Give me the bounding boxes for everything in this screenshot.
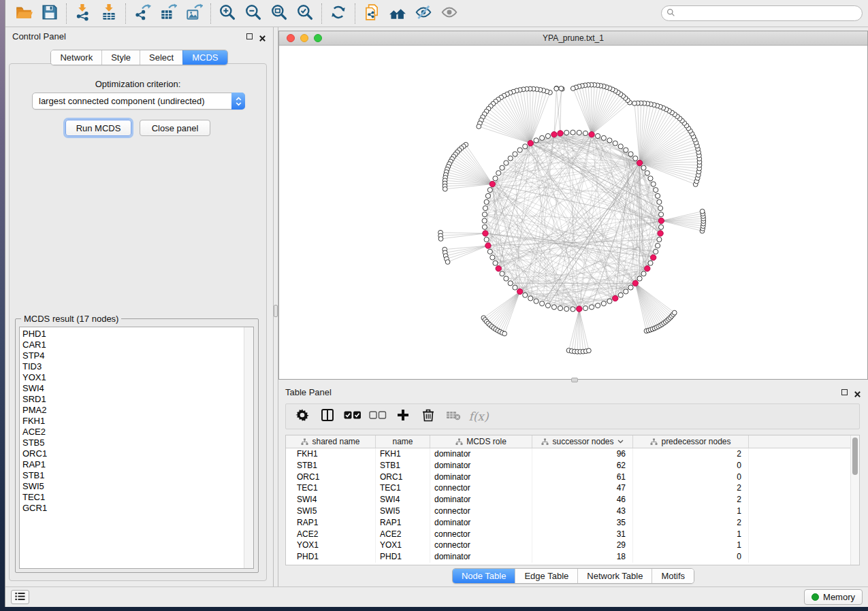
network-node[interactable]	[624, 148, 628, 152]
network-node[interactable]	[487, 188, 492, 193]
mcds-hub-node[interactable]	[637, 160, 642, 165]
network-node[interactable]	[504, 161, 509, 165]
mcds-hub-node[interactable]	[650, 254, 656, 260]
mcds-hub-node[interactable]	[496, 266, 501, 271]
zoom-selected-button[interactable]	[292, 3, 318, 24]
network-node[interactable]	[482, 212, 487, 217]
search-field[interactable]	[661, 5, 863, 21]
scrollbar-thumb[interactable]	[852, 437, 858, 475]
mcds-result-item[interactable]: TID3	[22, 361, 242, 372]
home-networks-button[interactable]	[385, 3, 411, 24]
network-node[interactable]	[564, 130, 569, 135]
maximize-traffic-light[interactable]	[314, 34, 322, 42]
export-network-button[interactable]	[129, 3, 155, 24]
splitter-grip[interactable]	[571, 378, 578, 382]
network-node[interactable]	[540, 301, 545, 306]
network-leaf-node[interactable]	[632, 101, 637, 105]
zoom-out-button[interactable]	[240, 3, 266, 24]
network-node[interactable]	[654, 249, 658, 254]
import-network-button[interactable]	[70, 3, 96, 24]
hide-selected-button[interactable]	[411, 3, 436, 24]
table-row[interactable]: ACE2ACE2connector311	[286, 529, 859, 540]
close-panel-icon[interactable]	[259, 33, 266, 40]
network-node[interactable]	[607, 138, 612, 143]
table-row[interactable]: PHD1PHD1dominator180	[286, 551, 859, 563]
network-leaf-node[interactable]	[477, 124, 481, 129]
network-node[interactable]	[504, 276, 509, 281]
network-node[interactable]	[657, 199, 662, 204]
mcds-result-item[interactable]: GCR1	[22, 503, 242, 514]
network-node[interactable]	[618, 293, 623, 297]
network-node[interactable]	[500, 271, 504, 276]
close-traffic-light[interactable]	[287, 34, 295, 42]
network-node[interactable]	[601, 135, 606, 140]
mcds-hub-node[interactable]	[517, 288, 522, 294]
network-node[interactable]	[654, 188, 658, 193]
network-node[interactable]	[658, 205, 662, 210]
mcds-hub-node[interactable]	[485, 243, 491, 248]
mcds-result-item[interactable]: TEC1	[22, 492, 242, 503]
tab-node-table[interactable]: Node Table	[453, 569, 515, 583]
column-header[interactable]: successor nodes	[532, 435, 633, 448]
zoom-in-button[interactable]	[214, 3, 240, 24]
network-node[interactable]	[618, 144, 623, 149]
float-panel-icon[interactable]	[841, 389, 848, 395]
network-node[interactable]	[641, 165, 646, 170]
mcds-result-item[interactable]: SWI4	[22, 383, 242, 394]
network-node[interactable]	[655, 243, 660, 248]
network-node[interactable]	[648, 261, 653, 265]
network-node[interactable]	[496, 171, 501, 176]
zoom-fit-button[interactable]	[266, 3, 292, 24]
tab-edge-table[interactable]: Edge Table	[515, 569, 577, 583]
network-node[interactable]	[493, 176, 498, 181]
table-row[interactable]: ORC1ORC1dominator610	[286, 472, 859, 483]
network-leaf-node[interactable]	[570, 86, 575, 91]
mcds-hub-node[interactable]	[528, 140, 533, 146]
mcds-result-item[interactable]: RAP1	[22, 459, 242, 470]
splitter-grip[interactable]	[274, 305, 278, 317]
table-row[interactable]: SWI5SWI5connector431	[286, 506, 859, 517]
network-node[interactable]	[484, 237, 489, 242]
float-panel-icon[interactable]	[246, 33, 253, 39]
network-node[interactable]	[570, 307, 575, 312]
network-node[interactable]	[628, 285, 633, 290]
network-node[interactable]	[485, 193, 490, 198]
open-file-button[interactable]	[11, 3, 37, 24]
mcds-result-item[interactable]: YOX1	[22, 372, 242, 383]
network-node[interactable]	[551, 305, 556, 310]
tab-network-table[interactable]: Network Table	[577, 569, 652, 583]
network-node[interactable]	[523, 293, 528, 297]
network-node[interactable]	[540, 135, 545, 140]
memory-button[interactable]: Memory	[804, 589, 863, 605]
mcds-result-item[interactable]: STB1	[22, 470, 242, 481]
network-node[interactable]	[482, 225, 487, 229]
export-image-button[interactable]	[181, 3, 207, 24]
network-node[interactable]	[482, 218, 487, 223]
tab-network[interactable]: Network	[51, 50, 101, 65]
mcds-result-item[interactable]: ORC1	[22, 448, 242, 459]
network-node[interactable]	[607, 299, 612, 303]
show-all-button[interactable]	[436, 3, 462, 24]
mcds-hub-node[interactable]	[558, 131, 563, 136]
table-row[interactable]: RAP1RAP1dominator352	[286, 517, 859, 529]
mcds-hub-node[interactable]	[658, 218, 664, 223]
mcds-result-item[interactable]: FKH1	[22, 416, 242, 427]
network-leaf-node[interactable]	[554, 86, 559, 91]
network-node[interactable]	[513, 152, 517, 156]
network-node[interactable]	[641, 271, 646, 276]
mcds-result-item[interactable]: SRD1	[22, 394, 242, 405]
network-node[interactable]	[637, 276, 642, 281]
mcds-hub-node[interactable]	[489, 181, 495, 186]
mcds-hub-node[interactable]	[632, 280, 638, 286]
add-column-button[interactable]	[393, 407, 413, 426]
network-node[interactable]	[570, 130, 575, 135]
network-node[interactable]	[517, 148, 522, 152]
table-row[interactable]: SWI4SWI4dominator462	[286, 494, 859, 506]
network-node[interactable]	[655, 193, 660, 198]
network-node[interactable]	[658, 212, 663, 217]
network-node[interactable]	[645, 171, 649, 176]
table-row[interactable]: TEC1TEC1connector472	[286, 482, 859, 494]
network-node[interactable]	[493, 261, 498, 265]
tab-mcds[interactable]: MCDS	[182, 50, 227, 65]
mcds-hub-node[interactable]	[613, 295, 618, 301]
